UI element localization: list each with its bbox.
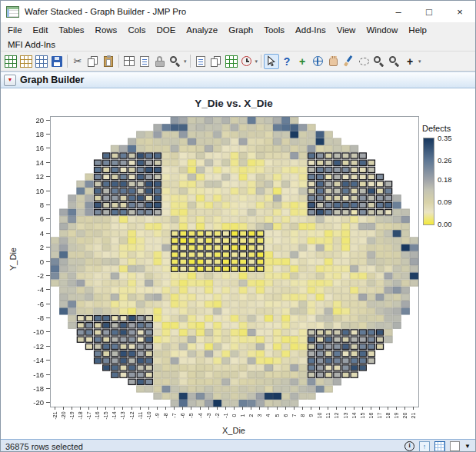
help-tool-icon[interactable]: ? bbox=[279, 54, 295, 69]
titlebar[interactable]: Wafer Stacked - Graph Builder - JMP Pro … bbox=[1, 1, 475, 22]
paste-icon[interactable] bbox=[101, 54, 116, 69]
toolbar-overflow-chevron[interactable]: ▾ bbox=[184, 58, 187, 65]
database-query-icon[interactable] bbox=[34, 54, 49, 69]
menu-edit[interactable]: Edit bbox=[28, 22, 54, 38]
search-icon[interactable] bbox=[168, 54, 183, 69]
status-grid-icon[interactable] bbox=[434, 441, 445, 452]
legend-gradient[interactable] bbox=[423, 138, 434, 225]
status-swatch-icon[interactable] bbox=[450, 441, 460, 451]
lock-icon[interactable] bbox=[152, 54, 168, 69]
y-tick-mark bbox=[46, 162, 50, 163]
y-tick-mark bbox=[46, 261, 50, 262]
legend-tick-label: 0.09 bbox=[438, 198, 452, 206]
y-axis-tick-label: -18 bbox=[19, 384, 44, 393]
menu-mfi-add-ins[interactable]: MFI Add-Ins bbox=[2, 38, 61, 51]
recent-files-icon[interactable] bbox=[239, 54, 255, 69]
x-axis-tick-label: -18 bbox=[77, 409, 82, 423]
x-axis-tick-label: 18 bbox=[385, 409, 391, 423]
status-up-arrow-icon[interactable]: ↑ bbox=[419, 441, 430, 452]
y-tick-mark bbox=[46, 191, 50, 191]
y-axis-tick-label: 6 bbox=[19, 214, 44, 223]
zoom-out-tool-icon[interactable] bbox=[371, 54, 387, 69]
menu-graph[interactable]: Graph bbox=[223, 22, 258, 38]
y-tick-mark bbox=[46, 346, 50, 347]
minimize-button[interactable]: – bbox=[383, 1, 414, 22]
x-axis-tick-label: -19 bbox=[68, 409, 74, 423]
status-dropdown-icon[interactable]: ▼ bbox=[464, 442, 471, 451]
x-axis-tick-label: 15 bbox=[359, 409, 364, 423]
x-axis-tick-label: -17 bbox=[86, 409, 92, 423]
new-journal-page-icon[interactable] bbox=[193, 54, 208, 69]
toolbar-overflow-chevron[interactable]: ▾ bbox=[418, 58, 421, 65]
save-icon[interactable] bbox=[49, 54, 65, 69]
x-axis-tick-label: -15 bbox=[103, 409, 108, 423]
menu-cols[interactable]: Cols bbox=[122, 22, 151, 38]
arrow-tool-icon[interactable] bbox=[264, 54, 279, 69]
toolbar-overflow-chevron[interactable]: ▾ bbox=[255, 58, 258, 65]
y-tick-mark bbox=[46, 247, 50, 248]
maximize-button[interactable]: □ bbox=[414, 1, 444, 22]
x-axis-tick-label: -7 bbox=[171, 409, 177, 423]
copy-document-icon[interactable] bbox=[208, 54, 224, 69]
status-text: 36875 rows selected bbox=[5, 442, 83, 451]
menu-help[interactable]: Help bbox=[403, 22, 432, 38]
x-axis-tick-label: -12 bbox=[128, 409, 134, 423]
x-axis-tick-label: 17 bbox=[376, 409, 381, 423]
cut-icon[interactable]: ✂ bbox=[70, 54, 85, 69]
open-table-icon[interactable] bbox=[18, 54, 34, 69]
menu-file[interactable]: File bbox=[2, 22, 28, 38]
y-axis-tick-label: -12 bbox=[19, 342, 44, 351]
lasso-tool-icon[interactable] bbox=[356, 54, 371, 69]
summary-table-icon[interactable] bbox=[121, 54, 137, 69]
y-tick-mark bbox=[46, 360, 50, 361]
update-table-icon[interactable] bbox=[224, 54, 239, 69]
menu-analyze[interactable]: Analyze bbox=[181, 22, 223, 38]
x-axis-tick-label: 9 bbox=[308, 409, 314, 423]
menu-tools[interactable]: Tools bbox=[258, 22, 290, 38]
close-button[interactable]: × bbox=[444, 1, 475, 22]
y-axis-label[interactable]: Y_Die bbox=[8, 242, 18, 276]
zoom-in-tool-icon[interactable] bbox=[387, 54, 402, 69]
grabber-tool-icon[interactable] bbox=[325, 54, 341, 69]
status-info-icon[interactable]: i bbox=[404, 441, 414, 451]
journal-icon[interactable] bbox=[137, 54, 152, 69]
copy-icon[interactable] bbox=[85, 54, 101, 69]
x-axis-tick-label: -14 bbox=[112, 409, 117, 423]
toolbar-separator bbox=[118, 55, 119, 68]
x-axis-tick-label: 3 bbox=[257, 409, 262, 423]
x-axis-tick-label: -4 bbox=[197, 409, 202, 423]
x-axis-tick-label: -8 bbox=[163, 409, 168, 423]
window-controls: – □ × bbox=[383, 1, 475, 22]
x-axis-tick-label: 20 bbox=[402, 409, 408, 423]
x-axis-label[interactable]: X_Die bbox=[50, 426, 418, 435]
crosshair-tool-icon[interactable]: + bbox=[295, 54, 310, 69]
y-tick-mark bbox=[46, 317, 50, 318]
x-axis-tick-label: 21 bbox=[411, 409, 416, 423]
y-tick-mark bbox=[46, 204, 50, 205]
plus-tool-icon[interactable]: + bbox=[402, 54, 418, 69]
new-data-table-icon[interactable] bbox=[3, 54, 18, 69]
x-axis-tick-label: -13 bbox=[120, 409, 125, 423]
x-axis-tick-label: 10 bbox=[317, 409, 322, 423]
y-axis-tick-label: -4 bbox=[19, 285, 44, 294]
wafer-heatmap[interactable] bbox=[50, 116, 419, 407]
menu-doe[interactable]: DOE bbox=[151, 22, 181, 38]
status-bar: 36875 rows selected i↑▼ bbox=[1, 439, 475, 452]
x-axis-tick-label: -2 bbox=[214, 409, 219, 423]
x-axis-tick-label: 11 bbox=[325, 409, 331, 423]
status-icons: i↑▼ bbox=[400, 441, 471, 452]
y-axis-tick-label: -8 bbox=[19, 314, 44, 322]
red-triangle-button[interactable]: ▼ bbox=[4, 75, 16, 86]
y-tick-mark bbox=[46, 402, 50, 403]
menu-view[interactable]: View bbox=[331, 22, 361, 38]
y-axis-tick-label: 4 bbox=[19, 229, 44, 238]
defects-legend[interactable]: Defects 0.350.260.180.090.00 bbox=[422, 124, 476, 247]
menu-tables[interactable]: Tables bbox=[53, 22, 89, 38]
menu-rows[interactable]: Rows bbox=[90, 22, 123, 38]
menu-window[interactable]: Window bbox=[361, 22, 403, 38]
y-tick-mark bbox=[46, 275, 50, 276]
menu-add-ins[interactable]: Add-Ins bbox=[290, 22, 331, 38]
globe-tool-icon[interactable] bbox=[310, 54, 325, 69]
legend-tick-label: 0.35 bbox=[438, 134, 452, 142]
brush-tool-icon[interactable] bbox=[341, 54, 356, 69]
